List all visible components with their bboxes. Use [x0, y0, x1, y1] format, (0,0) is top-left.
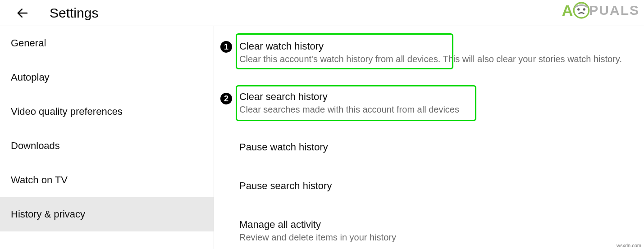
- option-clear-watch-history[interactable]: Clear watch history Clear this account's…: [214, 34, 644, 71]
- watermark-text: PUALS: [589, 3, 639, 18]
- sidebar-item-history-privacy[interactable]: History & privacy: [0, 197, 214, 231]
- back-button[interactable]: [14, 4, 32, 22]
- sidebar-item-autoplay[interactable]: Autoplay: [0, 60, 214, 95]
- sidebar-item-video-quality[interactable]: Video quality preferences: [0, 95, 214, 129]
- svg-point-2: [577, 8, 580, 10]
- content: General Autoplay Video quality preferenc…: [0, 26, 644, 249]
- watermark-logo: A PUALS: [562, 1, 639, 20]
- sidebar-item-watch-on-tv[interactable]: Watch on TV: [0, 163, 214, 197]
- option-sub: Review and delete items in your history: [239, 231, 644, 243]
- option-title: Pause watch history: [239, 141, 644, 153]
- option-clear-search-history[interactable]: Clear search history Clear searches made…: [214, 85, 644, 122]
- option-title: Manage all activity: [239, 219, 644, 231]
- watermark-credit: wsxdn.com: [617, 243, 641, 248]
- option-manage-all-activity[interactable]: Manage all activity Review and delete it…: [214, 213, 644, 249]
- annotation-badge-2: 2: [219, 91, 233, 106]
- spacer: [214, 199, 644, 213]
- option-pause-search-history[interactable]: Pause search history: [214, 174, 644, 199]
- spacer: [214, 160, 644, 174]
- page-title: Settings: [50, 5, 98, 21]
- watermark-face-icon: [572, 1, 591, 20]
- sidebar-item-general[interactable]: General: [0, 26, 214, 60]
- option-pause-watch-history[interactable]: Pause watch history: [214, 135, 644, 160]
- sidebar: General Autoplay Video quality preferenc…: [0, 26, 214, 249]
- option-sub: Clear searches made with this account fr…: [239, 104, 644, 115]
- option-title: Clear watch history: [239, 41, 644, 52]
- spacer: [214, 71, 644, 85]
- header: Settings: [0, 0, 644, 26]
- sidebar-item-downloads[interactable]: Downloads: [0, 129, 214, 163]
- option-title: Clear search history: [239, 91, 644, 103]
- option-sub-text: Clear this account's watch history from …: [239, 54, 440, 64]
- spacer: [214, 122, 644, 135]
- option-sub: Clear this account's watch history from …: [239, 53, 644, 65]
- svg-point-3: [583, 8, 585, 10]
- option-sub-extra: This will also clear your stories watch …: [440, 54, 622, 64]
- arrow-left-icon: [16, 6, 29, 20]
- main-panel: Clear watch history Clear this account's…: [214, 26, 644, 249]
- annotation-badge-1: 1: [219, 40, 233, 54]
- option-title: Pause search history: [239, 180, 644, 192]
